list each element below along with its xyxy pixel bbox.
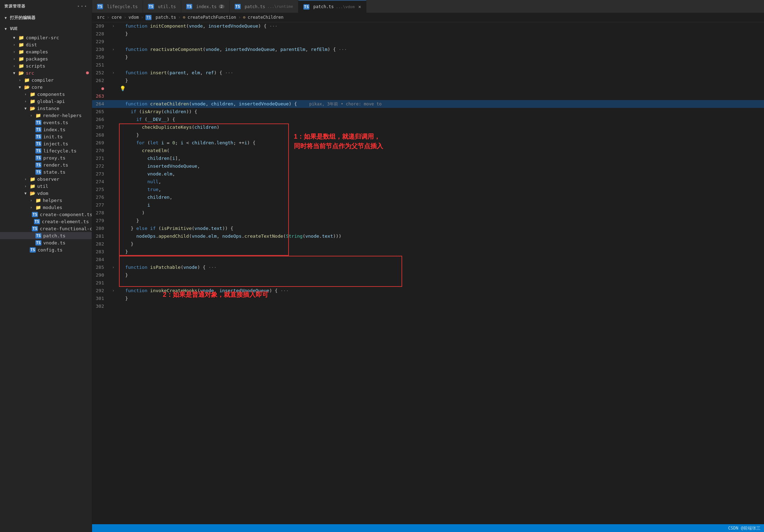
tree-item-config-ts[interactable]: › TS config.ts (0, 246, 92, 253)
observer-chevron: › (23, 176, 28, 182)
line-arrow-292[interactable]: › (110, 287, 117, 295)
line-num-267: 267 (92, 123, 110, 131)
compiler-chevron: › (17, 77, 23, 83)
scripts-chevron: › (11, 63, 17, 69)
breadcrumb-vdom[interactable]: vdom (129, 15, 139, 20)
open-editors-section: ▼ 打开的编辑器 (0, 12, 92, 23)
tree-item-packages[interactable]: › 📁 packages (0, 55, 92, 62)
inject-ts-label: inject.ts (43, 141, 68, 146)
code-line-285: 285 › function isPatchable(vnode) { ··· (92, 264, 764, 271)
render-ts-icon: TS (35, 162, 41, 168)
tree-item-render-helpers[interactable]: › 📁 render-helpers (0, 112, 92, 119)
breadcrumb-src[interactable]: src (97, 15, 105, 20)
code-line-229: 229 › (92, 38, 764, 46)
vnode-ts-label: vnode.ts (43, 240, 65, 245)
breadcrumb-create-children[interactable]: createChildren (247, 15, 283, 20)
tab-patch-ts-runtime[interactable]: TS patch.ts ...\runtime (230, 0, 298, 13)
compiler-folder-icon: 📁 (24, 77, 30, 83)
tree-item-events-ts[interactable]: › TS events.ts (0, 119, 92, 126)
global-api-label: global-api (37, 99, 65, 104)
examples-chevron: › (11, 49, 17, 54)
tree-item-create-component-ts[interactable]: › TS create-component.ts (0, 211, 92, 218)
tree-item-global-api[interactable]: › 📁 global-api (0, 98, 92, 105)
tree-item-compiler[interactable]: › 📁 compiler (0, 76, 92, 83)
helpers-label: helpers (43, 198, 62, 203)
open-editors-label: 打开的编辑器 (10, 15, 35, 21)
tree-item-index-ts[interactable]: › TS index.ts (0, 126, 92, 133)
line-num-209: 209 (92, 22, 110, 30)
breadcrumb-create-patch-fn[interactable]: createPatchFunction (188, 15, 236, 20)
components-label: components (37, 92, 65, 97)
packages-label: packages (26, 56, 48, 62)
patch-vdom-close-button[interactable]: × (358, 4, 361, 10)
tree-item-instance[interactable]: ▼ 📂 instance (0, 105, 92, 112)
tree-item-compiler-src[interactable]: ▼ 📁 compiler-src (0, 34, 92, 41)
util-chevron: › (23, 183, 28, 189)
tree-item-src[interactable]: ▼ 📂 src (0, 69, 92, 76)
tree-item-util[interactable]: › 📁 util (0, 183, 92, 190)
line-num-275: 275 (92, 186, 110, 193)
tree-item-create-element-ts[interactable]: › TS create-element.ts (0, 218, 92, 225)
packages-folder-icon: 📁 (18, 56, 24, 62)
tree-item-inject-ts[interactable]: › TS inject.ts (0, 140, 92, 147)
breadcrumb-ts-icon: TS (146, 15, 153, 20)
tree-item-components[interactable]: › 📁 components (0, 91, 92, 98)
tree-item-proxy-ts[interactable]: › TS proxy.ts (0, 154, 92, 161)
tree-item-render-ts[interactable]: › TS render.ts (0, 161, 92, 168)
create-element-ts-label: create-element.ts (42, 219, 89, 224)
vue-section-label: VUE (10, 26, 18, 31)
render-ts-label: render.ts (43, 162, 68, 168)
tree-item-helpers[interactable]: › 📁 helpers (0, 197, 92, 204)
tree-item-scripts[interactable]: › 📁 scripts (0, 62, 92, 69)
lifecycle-ts-icon: TS (35, 148, 41, 154)
line-num-230: 230 (92, 46, 110, 53)
core-folder-icon: 📂 (24, 85, 30, 90)
line-content-230: function reactivateComponent(vnode, inse… (117, 46, 764, 53)
lifecycle-tab-label: lifecycle.ts (107, 4, 138, 9)
vue-chevron: ▼ (3, 26, 8, 31)
tree-item-state-ts[interactable]: › TS state.ts (0, 168, 92, 175)
breadcrumb-sep5: › (238, 15, 241, 20)
line-num-251: 251 (92, 61, 110, 69)
line-content-267: checkDuplicateKeys(children) (117, 123, 764, 131)
tree-item-patch-ts[interactable]: › TS patch.ts (0, 232, 92, 239)
line-arrow-252[interactable]: › (110, 69, 117, 77)
tree-item-create-functional-ts[interactable]: › TS create-functional-compone... (0, 225, 92, 232)
sidebar-dots-menu[interactable]: ··· (77, 3, 87, 10)
tree-item-core[interactable]: ▼ 📂 core (0, 83, 92, 91)
code-line-271: 271 › children[i], (92, 155, 764, 162)
open-editors-header[interactable]: ▼ 打开的编辑器 (0, 14, 92, 22)
src-label: src (26, 70, 34, 76)
tab-patch-ts-vdom[interactable]: TS patch.ts ...\vdom × (298, 0, 366, 13)
code-editor[interactable]: 209 › function initComponent(vnode, inse… (92, 22, 764, 524)
line-arrow-230[interactable]: › (110, 46, 117, 53)
breadcrumb-sep4: › (178, 15, 181, 20)
tree-item-init-ts[interactable]: › TS init.ts (0, 133, 92, 140)
tree-item-dist[interactable]: › 📁 dist (0, 41, 92, 48)
code-line-290: 290 › } (92, 271, 764, 279)
tree-item-vdom[interactable]: ▼ 📂 vdom (0, 190, 92, 197)
tree-item-lifecycle-ts[interactable]: › TS lifecycle.ts (0, 147, 92, 154)
tree-item-modules[interactable]: › 📁 modules (0, 204, 92, 211)
code-line-278: 278 › ) (92, 209, 764, 217)
code-line-279: 279 › } (92, 217, 764, 225)
tree-item-observer[interactable]: › 📁 observer (0, 175, 92, 183)
breadcrumb-core[interactable]: core (112, 15, 122, 20)
vue-section-header[interactable]: ▼ VUE (0, 25, 92, 33)
tab-util-ts[interactable]: TS util.ts (143, 0, 181, 13)
line-content-269: for (let i = 0; i < children.length; ++i… (117, 139, 764, 147)
line-num-270: 270 (92, 147, 110, 155)
line-content-281: nodeOps.appendChild(vnode.elm, nodeOps.c… (117, 232, 764, 240)
tab-index-ts[interactable]: TS index.ts 2 (181, 0, 230, 13)
tab-lifecycle-ts[interactable]: TS lifecycle.ts (92, 0, 143, 13)
patch-vdom-tab-icon: TS (303, 4, 309, 10)
breadcrumb-patch-ts[interactable]: patch.ts (155, 15, 176, 20)
line-num-250: 250 (92, 53, 110, 61)
line-arrow-209[interactable]: › (110, 22, 117, 30)
tree-item-examples[interactable]: › 📁 examples (0, 48, 92, 55)
line-arrow-285[interactable]: › (110, 264, 117, 271)
dist-folder-icon: 📁 (18, 42, 24, 47)
tree-item-vnode-ts[interactable]: › TS vnode.ts (0, 239, 92, 246)
vnode-ts-icon: TS (35, 240, 41, 245)
line-num-291: 291 (92, 279, 110, 287)
